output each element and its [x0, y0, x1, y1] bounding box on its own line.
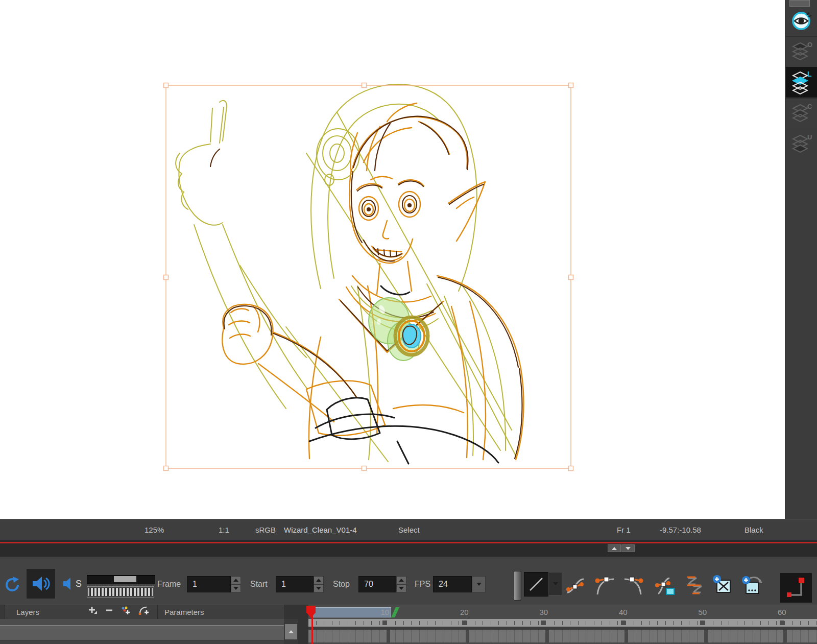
ruler-label: 40	[619, 608, 628, 616]
tick-decade-square	[462, 621, 467, 625]
layers-header: Layers	[0, 605, 157, 619]
start-label: Start	[250, 578, 268, 591]
underlay-letter: U	[807, 133, 812, 141]
start-input[interactable]: 1	[276, 576, 314, 592]
tick-decade-square	[541, 621, 546, 625]
minus-icon	[105, 606, 113, 615]
segment-type-display[interactable]	[524, 572, 548, 597]
ruler-label: 20	[460, 608, 469, 616]
add-drawing-layer-button[interactable]	[121, 606, 131, 615]
scrollbar-up-button[interactable]	[285, 624, 297, 639]
ruler-label: 30	[539, 608, 548, 616]
preview-eye-button[interactable]	[786, 6, 817, 36]
camera-view-toolbar: 1 125% 1:1 sRGB Wizar	[0, 519, 817, 540]
segment-type-dropdown[interactable]	[548, 572, 562, 595]
chevron-up-icon	[612, 547, 617, 550]
create-empty-drawing-button[interactable]	[711, 574, 733, 597]
tick-decade-square	[621, 621, 626, 625]
speaker-scrub-icon	[61, 576, 76, 591]
line-art-letter: L	[807, 70, 812, 78]
timeline-ruler[interactable]: 102030405060	[308, 605, 817, 619]
set-ease-multiple-button[interactable]	[683, 574, 706, 597]
divider-red-line	[0, 542, 817, 543]
volume-meter	[87, 586, 154, 598]
onion-range-end-marker[interactable]	[391, 607, 399, 617]
frame-tick-strip[interactable]	[308, 619, 817, 627]
fps-select[interactable]: 24	[433, 576, 472, 592]
delete-layer-button[interactable]	[105, 606, 113, 615]
stop-input[interactable]: 70	[358, 576, 396, 592]
line-art-button[interactable]: L	[786, 67, 817, 98]
tick-decade-square	[780, 621, 784, 625]
linear-segment-icon	[527, 576, 545, 593]
start-spinner[interactable]	[314, 576, 324, 592]
layers-scrollbar[interactable]	[284, 619, 298, 644]
fps-dropdown-button[interactable]	[472, 576, 486, 592]
grid-decade-band	[545, 630, 549, 644]
dropdown-arrow-icon	[553, 582, 558, 585]
frame-label: Frame	[157, 578, 181, 591]
pixel-ratio[interactable]: 1:1	[219, 519, 229, 541]
line-art-layers-icon: L	[790, 70, 813, 94]
ease-out-button[interactable]	[622, 574, 645, 597]
tick-decade-square	[700, 621, 705, 625]
toolbar-drag-handle[interactable]	[514, 571, 521, 601]
frame-indicator: Fr 1	[617, 519, 631, 541]
underlay-art-button[interactable]: U	[786, 130, 817, 159]
document-name: Wizard_Clean_V01-4	[284, 519, 357, 541]
color-space[interactable]: sRGB	[255, 519, 276, 541]
add-peg-button[interactable]	[138, 606, 150, 615]
ease-out-icon	[622, 574, 645, 597]
plus-icon	[87, 606, 98, 615]
ease-zigzag-icon	[683, 574, 706, 597]
zoom-level[interactable]: 125%	[145, 519, 164, 541]
volume-slider[interactable]	[87, 575, 155, 584]
onion-skin-range-bar[interactable]	[310, 607, 391, 617]
drawing-canvas[interactable]	[0, 0, 785, 519]
collapse-up-button[interactable]	[608, 544, 621, 552]
bezier-ease-icon	[564, 574, 587, 597]
frame-grid[interactable]	[308, 630, 817, 644]
splitter-collapse-widget	[608, 544, 635, 552]
ease-in-icon	[593, 574, 616, 597]
color-art-layers-icon: C	[790, 103, 813, 125]
layer-row-fx-blast[interactable]: FX_Blast-G	[0, 625, 284, 640]
next-layer-row-partial	[0, 640, 284, 644]
scroll-up-arrow-icon	[289, 630, 294, 633]
duplicate-drawing-button[interactable]	[740, 574, 762, 597]
set-ease-on-parameters-button[interactable]	[654, 574, 677, 597]
fps-label: FPS	[415, 578, 430, 591]
clipped-layer-row	[0, 619, 284, 625]
loop-button[interactable]	[4, 576, 21, 595]
loop-icon	[4, 576, 21, 593]
collapse-down-button[interactable]	[621, 544, 635, 552]
frame-spinner[interactable]	[231, 576, 241, 592]
color-art-button[interactable]: C	[786, 100, 817, 128]
empty-drawing-icon	[711, 574, 733, 597]
add-layer-button[interactable]	[87, 606, 98, 615]
ruler-label: 60	[778, 608, 786, 616]
overlay-letter: O	[807, 41, 812, 49]
wizard-sketch-artwork	[0, 0, 785, 519]
volume-slider-handle[interactable]	[114, 576, 136, 582]
dropdown-arrow-icon	[476, 583, 482, 586]
ease-in-button[interactable]	[593, 574, 616, 597]
duplicate-drawing-icon	[740, 574, 762, 597]
eye-icon	[790, 10, 813, 32]
layers-label: Layers	[16, 608, 39, 616]
sound-scrub-button[interactable]: S	[61, 576, 82, 591]
scrub-label: S	[76, 579, 82, 589]
colored-dots-plus-icon	[121, 606, 131, 615]
sound-toggle-button[interactable]	[27, 569, 55, 599]
motion-keyframe-button[interactable]	[780, 573, 812, 603]
set-ease-bezier-button[interactable]	[564, 574, 587, 597]
chevron-down-icon	[626, 547, 631, 550]
frame-input[interactable]: 1	[187, 576, 231, 592]
speaker-icon	[27, 569, 55, 599]
stop-spinner[interactable]	[396, 576, 406, 592]
art-layer-sidebar: O L C U	[785, 0, 817, 519]
selection-bounding-box	[164, 83, 573, 471]
parameters-header: Parameters	[157, 605, 284, 619]
stop-label: Stop	[333, 578, 350, 591]
overlay-art-button[interactable]: O	[786, 38, 817, 66]
